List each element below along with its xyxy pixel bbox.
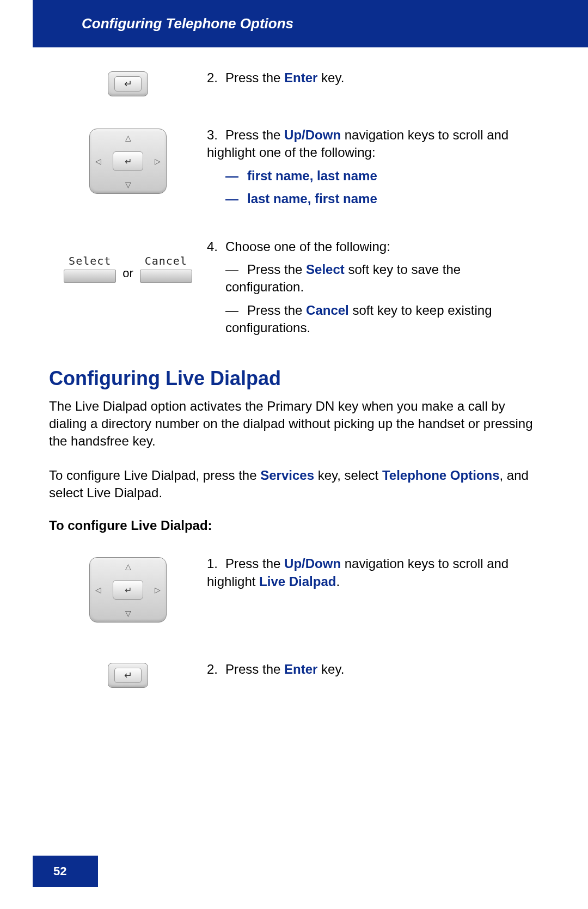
step-row-b2: ↵ 2.Press the Enter key. (49, 661, 539, 688)
key-name: Enter (284, 662, 317, 676)
page-footer: 52 (33, 856, 98, 887)
text-fragment: Press the (225, 127, 284, 142)
select-softkey-icon (64, 270, 116, 283)
icon-column: ↵ (49, 661, 207, 688)
down-arrow-icon: ▽ (125, 180, 131, 189)
icon-column: △ ▽ ◁ ▷ ↵ (49, 126, 207, 194)
option-text: first name, last name (247, 168, 377, 183)
key-name: Down (305, 556, 341, 571)
key-name: Select (306, 262, 345, 277)
dash: — (225, 261, 247, 278)
cancel-softkey-label: Cancel (145, 254, 187, 267)
left-arrow-icon: ◁ (95, 585, 101, 594)
cancel-softkey-icon (140, 270, 192, 283)
step-text: 3.Press the Up/Down navigation keys to s… (207, 126, 539, 208)
step-text: 4.Choose one of the following: —Press th… (207, 238, 539, 337)
right-arrow-icon: ▷ (155, 157, 161, 166)
step-row-4: Select or Cancel 4.Choose one of the fol… (49, 238, 539, 337)
key-name: Cancel (306, 303, 349, 318)
step-text: 2.Press the Enter key. (207, 661, 539, 678)
dash: — (225, 190, 247, 208)
option-item: —Press the Cancel soft key to keep exist… (207, 302, 539, 337)
navigation-pad-icon: △ ▽ ◁ ▷ ↵ (89, 129, 167, 194)
center-enter-icon: ↵ (113, 151, 143, 171)
page-number: 52 (53, 864, 66, 878)
option-item: —first name, last name (207, 167, 539, 185)
text-fragment: Press the (247, 303, 306, 318)
down-arrow-icon: ▽ (125, 609, 131, 618)
step-text: 2.Press the Enter key. (207, 69, 539, 87)
header-title: Configuring Telephone Options (82, 15, 293, 32)
option-item: —Press the Select soft key to save the c… (207, 261, 539, 296)
step-text: 1.Press the Up/Down navigation keys to s… (207, 555, 539, 590)
dash: — (225, 302, 247, 319)
left-arrow-icon: ◁ (95, 157, 101, 166)
page-header: Configuring Telephone Options (33, 0, 588, 47)
text-fragment: Press the (225, 662, 284, 676)
dash: — (225, 167, 247, 185)
text-fragment: Press the (225, 556, 284, 571)
subheading: To configure Live Dialpad: (49, 518, 539, 533)
key-name: Telephone Options (382, 468, 500, 483)
select-softkey-group: Select (64, 254, 116, 283)
step-number: 2. (207, 69, 225, 87)
option-item: —last name, first name (207, 190, 539, 208)
step-number: 2. (207, 661, 225, 678)
step-number: 1. (207, 555, 225, 572)
page-content: ↵ 2.Press the Enter key. △ ▽ ◁ ▷ ↵ 3.P (0, 47, 588, 688)
step-number: 4. (207, 238, 225, 255)
navigation-pad-icon: △ ▽ ◁ ▷ ↵ (89, 557, 167, 623)
text-fragment: To configure Live Dialpad, press the (49, 468, 260, 483)
text-fragment: Press the (247, 262, 306, 277)
enter-key-icon: ↵ (108, 71, 148, 96)
body-paragraph: To configure Live Dialpad, press the Ser… (49, 467, 539, 502)
key-name: Services (260, 468, 314, 483)
text-fragment: key. (317, 662, 344, 676)
up-arrow-icon: △ (125, 133, 131, 142)
body-paragraph: The Live Dialpad option activates the Pr… (49, 398, 539, 450)
icon-column: ↵ (49, 69, 207, 96)
enter-key-inner: ↵ (114, 668, 142, 683)
icon-column: △ ▽ ◁ ▷ ↵ (49, 555, 207, 623)
softkeys-group: Select or Cancel (64, 254, 192, 283)
icon-column: Select or Cancel (49, 238, 207, 283)
text-fragment: Press the (225, 70, 284, 85)
option-text: last name, first name (247, 191, 377, 206)
key-name: Down (305, 127, 341, 142)
text-fragment: key. (317, 70, 344, 85)
enter-key-icon: ↵ (108, 663, 148, 688)
step-row-3: △ ▽ ◁ ▷ ↵ 3.Press the Up/Down navigation… (49, 126, 539, 208)
cancel-softkey-group: Cancel (140, 254, 192, 283)
select-softkey-label: Select (69, 254, 111, 267)
text-fragment: Choose one of the following: (225, 239, 390, 254)
enter-key-inner: ↵ (114, 76, 142, 91)
text-fragment: / (302, 556, 305, 571)
key-name: Enter (284, 70, 317, 85)
section-heading: Configuring Live Dialpad (49, 367, 539, 390)
or-text: or (122, 266, 133, 280)
text-fragment: key, select (314, 468, 382, 483)
center-enter-icon: ↵ (113, 580, 143, 600)
document-page: Configuring Telephone Options ↵ 2.Press … (0, 0, 588, 909)
text-fragment: / (302, 127, 305, 142)
step-number: 3. (207, 126, 225, 144)
target-name: Live Dialpad (259, 574, 336, 589)
up-arrow-icon: △ (125, 562, 131, 571)
step-row-b1: △ ▽ ◁ ▷ ↵ 1.Press the Up/Down navigation… (49, 555, 539, 623)
key-name: Up (284, 556, 302, 571)
key-name: Up (284, 127, 302, 142)
right-arrow-icon: ▷ (155, 585, 161, 594)
text-fragment: . (336, 574, 340, 589)
step-row-2: ↵ 2.Press the Enter key. (49, 69, 539, 96)
